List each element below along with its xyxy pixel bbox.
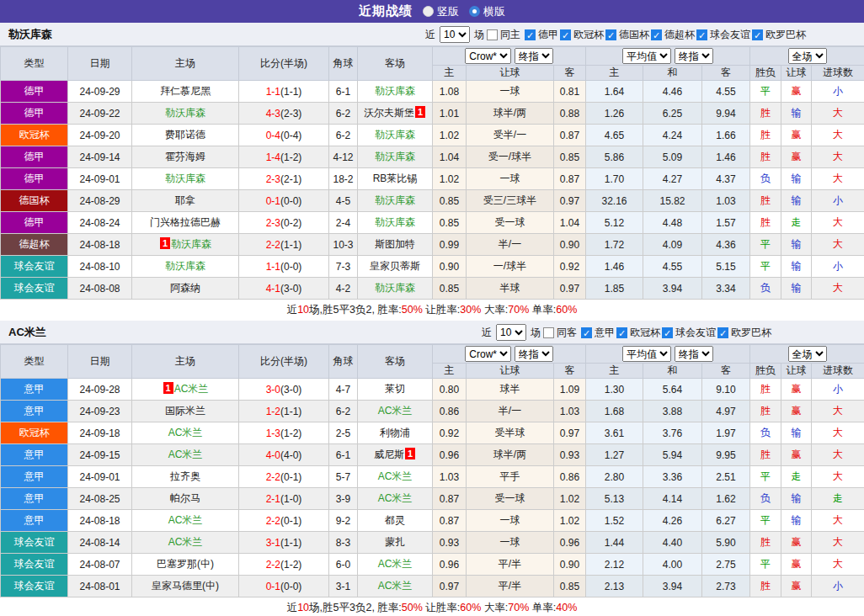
checkbox-checked-icon[interactable]: ✓ <box>651 29 662 40</box>
odds-source-select[interactable]: Crow* <box>465 346 511 362</box>
league-type-cell: 意甲 <box>1 444 68 466</box>
league-type-cell: 德甲 <box>1 146 68 168</box>
corner-cell: 5-7 <box>329 466 358 488</box>
score-cell: 1-1(1-1) <box>239 81 329 103</box>
odds-home-cell: 0.87 <box>433 488 467 510</box>
score-cell: 4-3(2-3) <box>239 103 329 125</box>
avg-source-select[interactable]: 平均值 <box>622 48 671 64</box>
odds-away-cell: 0.86 <box>554 466 586 488</box>
scope-select[interactable]: 全场 <box>788 346 827 362</box>
odds-handicap-cell: 一球 <box>467 532 554 554</box>
checkbox-checked-icon[interactable]: ✓ <box>605 29 616 40</box>
recent-count-select[interactable]: 10 <box>440 26 470 43</box>
score-cell: 0-1(0-0) <box>239 190 329 212</box>
team-label: 国际米兰 <box>165 405 205 417</box>
odds-handicap-cell: 球半 <box>467 379 554 401</box>
league-filter-checkbox[interactable]: ✓欧罗巴杯 <box>752 28 806 42</box>
avg-draw-cell: 4.27 <box>643 168 702 190</box>
col-odds-handicap: 让球 <box>467 364 554 379</box>
checkbox-checked-icon[interactable]: ✓ <box>752 29 763 40</box>
match-row: 德超杯24-08-181勒沃库森2-2(1-1)10-3斯图加特0.99半/一0… <box>1 234 864 256</box>
checkbox-unchecked-icon[interactable] <box>543 327 554 338</box>
avg-stage-select[interactable]: 终指 <box>675 48 713 64</box>
home-team-cell: 费耶诺德 <box>132 125 239 146</box>
checkbox-unchecked-icon[interactable] <box>487 29 498 40</box>
col-corner: 角球 <box>329 47 358 81</box>
match-row: 德甲24-09-14霍芬海姆1-4(1-2)4-12勒沃库森1.04受一/球半0… <box>1 146 864 168</box>
checkbox-checked-icon[interactable]: ✓ <box>560 29 571 40</box>
team-label: AC米兰 <box>378 492 413 504</box>
odds-stage-select[interactable]: 终指 <box>515 48 553 64</box>
odds-stage-select[interactable]: 终指 <box>515 346 553 362</box>
checkbox-checked-icon[interactable]: ✓ <box>581 327 592 338</box>
league-filter-checkbox[interactable]: ✓意甲 <box>581 326 615 340</box>
avg-stage-select[interactable]: 终指 <box>675 346 713 362</box>
result-cell: 平 <box>750 466 781 488</box>
recent-count-select[interactable]: 10 <box>496 324 526 341</box>
avg-home-cell: 1.44 <box>586 532 643 554</box>
league-filter-checkbox[interactable]: ✓欧冠杯 <box>560 28 604 42</box>
result-cell: 胜 <box>750 103 781 125</box>
league-filter-checkbox[interactable]: ✓欧罗巴杯 <box>717 326 771 340</box>
checkbox-checked-icon[interactable]: ✓ <box>616 327 627 338</box>
league-filter-checkbox[interactable]: ✓德国杯 <box>605 28 649 42</box>
league-filter-checkbox[interactable]: ✓欧冠杯 <box>616 326 660 340</box>
corner-cell: 2-4 <box>329 212 358 234</box>
odds-select-group: Crow* 终指 <box>433 47 586 66</box>
avg-home-cell: 2.12 <box>586 554 643 576</box>
league-type-cell: 球会友谊 <box>1 532 68 554</box>
match-row: 球会友谊24-08-01皇家马德里(中)0-1(0-0)3-1AC米兰0.97平… <box>1 576 864 597</box>
avg-away-cell: 9.94 <box>702 103 750 125</box>
team-label: RB莱比锡 <box>373 173 418 184</box>
odds-handicap-cell: 受一球 <box>467 488 554 510</box>
corner-cell: 6-2 <box>329 125 358 146</box>
avg-home-cell: 5.13 <box>586 488 643 510</box>
odds-handicap-cell: 球半/两 <box>467 444 554 466</box>
odds-home-cell: 0.92 <box>433 422 467 444</box>
league-filter-checkbox[interactable]: ✓球会友谊 <box>696 28 750 42</box>
handicap-result-cell: 赢 <box>781 81 812 103</box>
league-filter-checkbox[interactable]: ✓球会友谊 <box>662 326 716 340</box>
radio-unselected-icon[interactable] <box>423 6 434 17</box>
summary-text: 让胜率: <box>423 602 460 613</box>
odds-source-select[interactable]: Crow* <box>465 48 511 64</box>
odds-handicap-cell: 平手 <box>467 466 554 488</box>
away-team-cell: 勒沃库森 <box>358 125 433 146</box>
corner-cell: 2-5 <box>329 422 358 444</box>
odds-handicap-cell: 平/半 <box>467 576 554 597</box>
radio-selected-icon[interactable] <box>469 6 480 17</box>
section-leverkusen: 勒沃库森 近 10 场 同主 ✓德甲✓欧冠杯✓德国杯✓德超杯✓球会友谊✓欧罗巴杯… <box>0 23 864 321</box>
match-row: 意甲24-09-23国际米兰1-2(1-1)6-2AC米兰0.86半/一1.03… <box>1 401 864 422</box>
checkbox-checked-icon[interactable]: ✓ <box>717 327 728 338</box>
layout-radio-horizontal[interactable]: 横版 <box>469 4 505 19</box>
checkbox-checked-icon[interactable]: ✓ <box>696 29 707 40</box>
goals-result-cell: 小 <box>812 256 864 278</box>
same-venue-label: 同客 <box>557 326 577 340</box>
odds-away-cell: 0.85 <box>554 576 586 597</box>
avg-away-cell: 1.62 <box>702 488 750 510</box>
avg-home-cell: 3.61 <box>586 422 643 444</box>
date-cell: 24-09-23 <box>68 401 132 422</box>
filter-bar: 近 10 场 同客 ✓意甲✓欧冠杯✓球会友谊✓欧罗巴杯 <box>482 321 773 344</box>
home-team-cell: AC米兰 <box>132 510 239 532</box>
avg-home-cell: 1.52 <box>586 510 643 532</box>
league-filter-checkbox[interactable]: ✓德甲 <box>525 28 558 42</box>
checkbox-checked-icon[interactable]: ✓ <box>662 327 673 338</box>
league-filter-checkbox[interactable]: ✓德超杯 <box>651 28 695 42</box>
same-venue-checkbox[interactable]: 同主 <box>487 28 520 42</box>
goals-result-cell: 大 <box>812 532 864 554</box>
avg-draw-cell: 6.25 <box>643 103 702 125</box>
same-venue-checkbox[interactable]: 同客 <box>543 326 577 340</box>
layout-radio-vertical[interactable]: 竖版 <box>423 4 459 19</box>
col-goals-result: 进球数 <box>812 66 864 81</box>
goals-result-cell: 大 <box>812 168 864 190</box>
avg-draw-cell: 4.24 <box>643 125 702 146</box>
avg-source-select[interactable]: 平均值 <box>622 346 671 362</box>
scope-select[interactable]: 全场 <box>788 48 827 64</box>
odds-handicap-cell: 一球 <box>467 168 554 190</box>
date-cell: 24-08-25 <box>68 488 132 510</box>
league-type-cell: 德甲 <box>1 212 68 234</box>
checkbox-checked-icon[interactable]: ✓ <box>525 29 536 40</box>
league-type-cell: 德甲 <box>1 81 68 103</box>
summary-text: 10 <box>297 304 309 316</box>
